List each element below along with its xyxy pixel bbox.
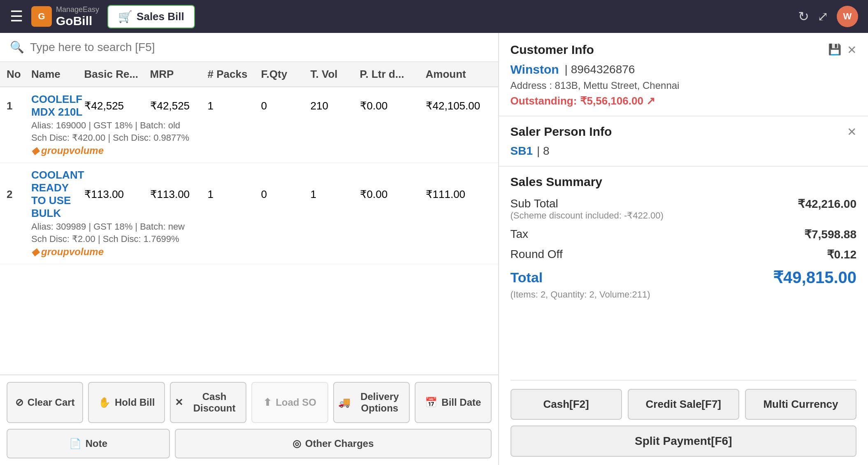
topbar-right: ↻ ⤢ W [798,6,858,27]
bill-date-button[interactable]: 📅 Bill Date [415,382,491,423]
col-basic-rate: Basic Re... [84,68,150,81]
item-details-2: Alias: 309989 | GST 18% | Batch: new [7,221,492,232]
col-mrp: MRP [150,68,208,81]
total-value: ₹49,815.00 [773,268,856,287]
item-schdisc-1: Sch Disc: ₹420.00 | Sch Disc: 0.9877% [7,133,492,143]
tax-label: Tax [511,228,529,241]
tax-value: ₹7,598.88 [804,228,856,241]
credit-sale-button[interactable]: Credit Sale[F7] [628,389,739,420]
hold-bill-button[interactable]: ✋ Hold Bill [88,382,165,423]
sub-total-value: ₹42,216.00 [798,197,856,211]
bottom-area: ⊘ Clear Cart ✋ Hold Bill ✕ Cash Discount… [0,374,498,465]
pltr-2: ₹0.00 [360,188,426,201]
sales-summary-section: Sales Summary Sub Total (Scheme discount… [499,167,868,380]
search-icon: 🔍 [10,40,24,54]
sales-bill-button[interactable]: 🛒 Sales Bill [107,5,195,28]
row-no-2: 2 [7,188,31,201]
table-row-main-2: 2 COOLANT READY TO USE BULK ₹113.00 ₹113… [7,169,492,220]
customer-name-row: Winston | 8964326876 [511,63,856,77]
refresh-icon[interactable]: ↻ [798,9,809,24]
col-no: No [7,68,31,81]
diamond-icon-1: ◆ [31,145,39,156]
avatar[interactable]: W [837,6,858,27]
btn-row-2: 📄 Note ◎ Other Charges [7,429,492,458]
total-details: (Items: 2, Quantity: 2, Volume:211) [511,289,856,300]
round-off-value: ₹0.12 [827,248,857,261]
col-amount: Amount [426,68,492,81]
search-bar: 🔍 [0,33,498,62]
fullscreen-icon[interactable]: ⤢ [817,9,829,24]
pltr-1: ₹0.00 [360,100,426,112]
customer-phone: | 8964326876 [565,63,635,76]
group-volume-2: ◆ groupvolume [31,246,104,258]
total-row: Total ₹49,815.00 [511,268,856,287]
tvol-2: 1 [311,188,360,201]
hold-bill-icon: ✋ [98,397,111,408]
diamond-icon-2: ◆ [31,246,39,258]
mrp-2: ₹113.00 [150,188,208,201]
outstanding-link-icon[interactable]: ↗ [646,95,655,107]
scheme-discount: (Scheme discount included: -₹422.00) [511,210,664,221]
btn-row-1: ⊘ Clear Cart ✋ Hold Bill ✕ Cash Discount… [7,382,492,423]
other-charges-icon: ◎ [292,438,301,449]
fqty-2: 0 [261,188,311,201]
salesperson-header: Saler Person Info ✕ [511,125,856,139]
customer-info-section: Customer Info 💾 ✕ Winston | 8964326876 A… [499,33,868,116]
amount-1: ₹42,105.00 [426,100,492,112]
other-charges-button[interactable]: ◎ Other Charges [175,429,492,458]
group-volume-1: ◆ groupvolume [31,145,104,156]
basic-rate-2: ₹113.00 [84,188,150,201]
main-layout: 🔍 No Name Basic Re... MRP # Packs F.Qty … [0,33,868,465]
tax-row: Tax ₹7,598.88 [511,228,856,241]
right-panel: Customer Info 💾 ✕ Winston | 8964326876 A… [499,33,868,465]
sales-bill-label: Sales Bill [137,10,184,23]
salesperson-close-icon[interactable]: ✕ [847,125,856,139]
cart-icon: 🛒 [118,10,132,23]
logo-icon: G [31,6,52,27]
logo-text: GoBill [56,14,99,28]
salesperson-section: Saler Person Info ✕ SB1 | 8 [499,116,868,167]
item-name-1[interactable]: COOLELF MDX 210L [31,93,84,119]
cash-button[interactable]: Cash[F2] [511,389,622,420]
logo-sub: ManageEasy [56,5,99,14]
sp-num: | 8 [537,144,550,158]
mrp-1: ₹42,525 [150,100,208,112]
clear-cart-icon: ⊘ [15,397,23,408]
cash-discount-button[interactable]: ✕ Cash Discount [170,382,246,423]
tvol-1: 210 [311,100,360,112]
logo-area: G ManageEasy GoBill [31,5,99,28]
round-off-row: Round Off ₹0.12 [511,248,856,261]
customer-name[interactable]: Winston [511,63,559,77]
clear-cart-button[interactable]: ⊘ Clear Cart [7,382,83,423]
table-row: 1 COOLELF MDX 210L ₹42,525 ₹42,525 1 0 2… [0,87,498,163]
load-so-button[interactable]: ⬆ Load SO [251,382,328,423]
packs-2: 1 [208,188,261,201]
packs-1: 1 [208,100,261,112]
cash-discount-icon: ✕ [175,397,183,408]
sub-total-row: Sub Total (Scheme discount included: -₹4… [511,197,856,221]
customer-info-header: Customer Info 💾 ✕ [511,43,856,57]
amount-2: ₹111.00 [426,188,492,201]
multi-currency-button[interactable]: Multi Currency [745,389,856,420]
item-details-1: Alias: 169000 | GST 18% | Batch: old [7,120,492,131]
col-packs: # Packs [208,68,261,81]
note-icon: 📄 [69,438,81,449]
search-input[interactable] [30,41,488,54]
bill-date-icon: 📅 [425,397,437,408]
delivery-icon: 🚚 [338,397,350,408]
menu-icon[interactable]: ☰ [10,8,23,25]
customer-info-title: Customer Info [511,43,594,57]
topbar: ☰ G ManageEasy GoBill 🛒 Sales Bill ↻ ⤢ W [0,0,868,33]
salesperson-title: Saler Person Info [511,125,612,139]
payment-row-1: Cash[F2] Credit Sale[F7] Multi Currency [511,389,856,420]
save-icon[interactable]: 💾 [828,43,841,57]
item-name-2[interactable]: COOLANT READY TO USE BULK [31,169,84,220]
outstanding-label[interactable]: Outstanding: ₹5,56,106.00 [511,95,643,107]
delivery-options-button[interactable]: 🚚 Delivery Options [333,382,410,423]
item-schdisc-2: Sch Disc: ₹2.00 | Sch Disc: 1.7699% [7,234,492,244]
col-name: Name [31,68,84,81]
split-payment-button[interactable]: Split Payment[F6] [511,425,856,457]
note-button[interactable]: 📄 Note [7,429,170,458]
table-body: 1 COOLELF MDX 210L ₹42,525 ₹42,525 1 0 2… [0,87,498,374]
customer-info-close-icon[interactable]: ✕ [847,43,856,57]
